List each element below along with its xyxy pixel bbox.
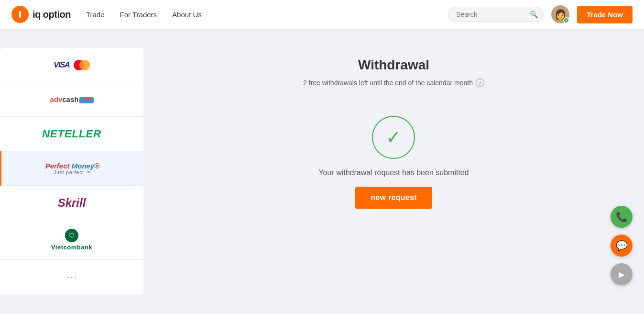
sidebar-item-vietcombank[interactable]: 🛡 Vietcombank <box>0 220 143 260</box>
sidebar-item-skrill[interactable]: Skrill <box>0 186 143 220</box>
free-withdrawals-info: 2 free withdrawals left until the end of… <box>303 78 484 87</box>
sidebar-item-perfect-money[interactable]: Perfect Money® Just perfect ™ <box>0 151 143 186</box>
vietcombank-text: Vietcombank <box>51 244 92 251</box>
visa-mc-logo: VISA <box>54 60 89 70</box>
phone-icon: 📞 <box>616 211 628 223</box>
sidebar-item-visa-mc[interactable]: VISA <box>0 48 143 82</box>
nav-for-traders[interactable]: For Traders <box>120 11 157 19</box>
pm-just-perfect-text: Just perfect ™ <box>54 170 91 175</box>
logo-icon <box>11 6 29 23</box>
mastercard-logo <box>74 60 90 70</box>
logo[interactable]: iq option <box>11 6 71 23</box>
trade-now-button[interactable]: Trade Now <box>577 6 633 23</box>
search-icon: 🔍 <box>530 11 538 18</box>
nav-about-us[interactable]: About Us <box>172 11 202 19</box>
phone-fab-button[interactable]: 📞 <box>611 206 633 228</box>
sidebar-item-advcash[interactable]: advcashUSD <box>0 82 143 117</box>
visa-logo-text: VISA <box>54 61 69 69</box>
main-content: VISA advcashUSD NETELLER Perfect Money® … <box>0 29 644 314</box>
neteller-logo-text: NETELLER <box>42 128 101 140</box>
play-icon: ▶ <box>619 270 624 279</box>
chat-fab-button[interactable]: 💬 <box>611 235 633 257</box>
checkmark-icon: ✓ <box>386 128 401 146</box>
chat-icon: 💬 <box>616 240 628 251</box>
nav-links: Trade For Traders About Us <box>86 11 448 19</box>
search-input[interactable] <box>448 7 544 22</box>
vietcombank-logo: 🛡 Vietcombank <box>51 229 92 251</box>
perfect-money-logo: Perfect Money® Just perfect ™ <box>45 162 100 175</box>
nav-trade[interactable]: Trade <box>86 11 105 19</box>
center-content: Withdrawal 2 free withdrawals left until… <box>143 48 644 314</box>
fab-area: 📞 💬 ▶ <box>611 206 633 285</box>
search-wrap: 🔍 <box>448 7 544 22</box>
logo-text: iq option <box>33 9 71 20</box>
vcb-shield-icon: 🛡 <box>65 229 78 242</box>
pm-logo-text: Perfect Money® <box>45 162 100 170</box>
sidebar-item-neteller[interactable]: NETELLER <box>0 117 143 151</box>
sidebar: VISA advcashUSD NETELLER Perfect Money® … <box>0 48 143 314</box>
info-icon[interactable]: i <box>476 78 484 87</box>
skrill-logo-text: Skrill <box>58 196 86 210</box>
play-fab-button[interactable]: ▶ <box>611 263 633 285</box>
more-icon: ⋯ <box>66 271 77 283</box>
avatar-online-badge <box>563 17 569 23</box>
svg-point-2 <box>19 11 22 14</box>
success-area: ✓ Your withdrawal request has been submi… <box>318 116 469 209</box>
page-title: Withdrawal <box>358 57 429 73</box>
new-request-button[interactable]: new request <box>355 187 432 209</box>
advcash-logo-text: advcashUSD <box>50 95 93 103</box>
mc-circle-orange <box>79 60 90 70</box>
advcash-usd-badge: USD <box>79 97 93 103</box>
success-circle: ✓ <box>372 116 415 159</box>
free-withdrawals-text: 2 free withdrawals left until the end of… <box>303 79 473 87</box>
success-message: Your withdrawal request has been submitt… <box>318 168 469 177</box>
sidebar-item-more[interactable]: ⋯ <box>0 260 143 294</box>
navbar: iq option Trade For Traders About Us 🔍 👩… <box>0 0 644 29</box>
vcb-shield-symbol: 🛡 <box>68 232 75 239</box>
avatar-wrap[interactable]: 👩 <box>551 5 569 23</box>
nav-right: 🔍 👩 Trade Now <box>448 5 633 23</box>
